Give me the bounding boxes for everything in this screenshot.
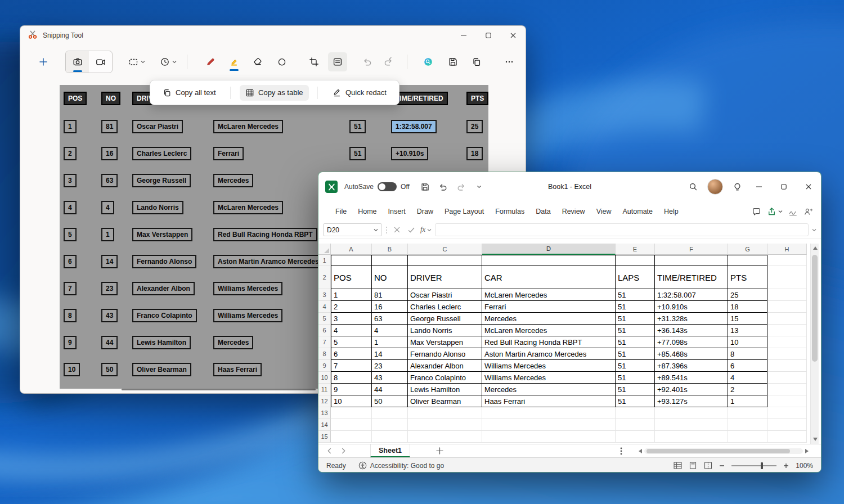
cell[interactable]: [616, 419, 655, 431]
cell[interactable]: 51: [616, 348, 655, 360]
ribbon-tab-file[interactable]: File: [330, 202, 352, 221]
snip-text-box[interactable]: Ferrari: [213, 147, 244, 160]
ribbon-tab-data[interactable]: Data: [530, 202, 556, 221]
snip-text-box[interactable]: Mercedes: [213, 174, 253, 187]
page-layout-view-button[interactable]: [689, 462, 697, 469]
row-header-7[interactable]: 7: [318, 336, 331, 348]
cell[interactable]: 6: [728, 360, 767, 372]
snip-header-box[interactable]: TIME/RETIRED: [391, 92, 448, 105]
column-header-f[interactable]: F: [655, 244, 728, 255]
cell[interactable]: [482, 255, 616, 266]
sheet-options-button[interactable]: [620, 447, 622, 456]
cell[interactable]: McLaren Mercedes: [482, 325, 616, 336]
cell[interactable]: [728, 431, 767, 443]
cell[interactable]: 4: [331, 325, 372, 336]
column-header-a[interactable]: A: [331, 244, 372, 255]
cell[interactable]: 1: [728, 395, 767, 407]
snip-text-box[interactable]: 9: [64, 336, 77, 349]
cell[interactable]: Oliver Bearman: [408, 395, 482, 407]
cell[interactable]: [408, 419, 482, 431]
cell[interactable]: 51: [616, 313, 655, 325]
cell[interactable]: 1: [331, 289, 372, 301]
scroll-down-arrow[interactable]: [811, 435, 819, 444]
formula-cancel-button[interactable]: [391, 224, 402, 236]
snip-text-box[interactable]: 1: [101, 228, 114, 241]
zoom-level[interactable]: 100%: [796, 462, 813, 470]
new-snip-button[interactable]: [34, 52, 53, 71]
snip-text-box[interactable]: 4: [101, 201, 114, 214]
cell[interactable]: Ferrari: [482, 301, 616, 313]
cell[interactable]: Red Bull Racing Honda RBPT: [482, 336, 616, 348]
cell[interactable]: [372, 255, 408, 266]
snip-text-box[interactable]: Fernando Alonso: [132, 255, 196, 268]
comments-button[interactable]: [752, 207, 761, 217]
cell[interactable]: 81: [372, 289, 408, 301]
zoom-slider-thumb[interactable]: [761, 462, 763, 469]
snip-text-box[interactable]: Mercedes: [213, 336, 253, 349]
snip-text-box[interactable]: Lando Norris: [132, 201, 183, 214]
snip-text-box[interactable]: 1: [64, 120, 77, 133]
cell[interactable]: [767, 372, 807, 384]
cell[interactable]: [728, 407, 767, 419]
column-header-c[interactable]: C: [408, 244, 482, 255]
row-header-11[interactable]: 11: [318, 384, 331, 395]
horizontal-scrollbar-thumb[interactable]: [647, 449, 790, 453]
text-actions-button[interactable]: [328, 52, 347, 71]
minimize-button[interactable]: [451, 26, 476, 45]
expand-formula-bar-icon[interactable]: [812, 228, 816, 232]
cell[interactable]: 8: [728, 348, 767, 360]
snip-text-box[interactable]: 10: [64, 363, 80, 376]
add-sheet-button[interactable]: [436, 447, 443, 454]
row-header-15[interactable]: 15: [318, 431, 331, 443]
cell[interactable]: +85.468s: [655, 348, 728, 360]
cell[interactable]: CAR: [482, 266, 616, 289]
row-header-4[interactable]: 4: [318, 301, 331, 313]
horizontal-scrollbar[interactable]: [636, 446, 811, 456]
account-avatar[interactable]: [707, 179, 723, 195]
cell[interactable]: Aston Martin Aramco Mercedes: [482, 348, 616, 360]
cell[interactable]: [767, 360, 807, 372]
page-break-view-button[interactable]: [704, 462, 712, 469]
cell[interactable]: [767, 289, 807, 301]
cell[interactable]: 7: [331, 360, 372, 372]
cell[interactable]: TIME/RETIRED: [655, 266, 728, 289]
row-header-2[interactable]: 2: [318, 266, 331, 289]
cell[interactable]: 1: [372, 336, 408, 348]
cell[interactable]: Williams Mercedes: [482, 372, 616, 384]
snip-text-box[interactable]: Haas Ferrari: [213, 363, 262, 376]
snip-text-box[interactable]: Williams Mercedes: [213, 282, 282, 295]
next-sheet-button[interactable]: [342, 448, 345, 454]
cell[interactable]: LAPS: [616, 266, 655, 289]
cell[interactable]: 8: [331, 372, 372, 384]
cell[interactable]: [331, 431, 372, 443]
snip-text-box[interactable]: 16: [101, 147, 118, 160]
snip-text-box[interactable]: 43: [101, 309, 118, 322]
crop-button[interactable]: [304, 52, 324, 71]
cell[interactable]: 2: [728, 384, 767, 395]
cell[interactable]: 10: [728, 336, 767, 348]
cell[interactable]: +77.098s: [655, 336, 728, 348]
cell[interactable]: +31.328s: [655, 313, 728, 325]
zoom-slider[interactable]: [731, 465, 776, 466]
cell[interactable]: [767, 325, 807, 336]
snip-text-box[interactable]: 2: [64, 147, 77, 160]
visual-search-button[interactable]: [419, 52, 438, 71]
cell[interactable]: [767, 348, 807, 360]
snip-text-box[interactable]: 14: [101, 255, 118, 268]
cell[interactable]: Mercedes: [482, 313, 616, 325]
copy-as-table-button[interactable]: Copy as table: [240, 85, 309, 101]
cell[interactable]: [616, 431, 655, 443]
close-button[interactable]: [501, 26, 526, 45]
ribbon-tab-home[interactable]: Home: [352, 202, 382, 221]
cell[interactable]: 3: [331, 313, 372, 325]
ribbon-tab-review[interactable]: Review: [556, 202, 591, 221]
cell[interactable]: [767, 431, 807, 443]
insert-function-button[interactable]: fx: [420, 224, 432, 236]
cell[interactable]: 2: [331, 301, 372, 313]
cell[interactable]: +10.910s: [655, 301, 728, 313]
quick-redact-button[interactable]: Quick redact: [327, 85, 392, 101]
column-header-h[interactable]: H: [767, 244, 807, 255]
cell[interactable]: [331, 407, 372, 419]
cell[interactable]: 44: [372, 384, 408, 395]
cell[interactable]: [482, 407, 616, 419]
